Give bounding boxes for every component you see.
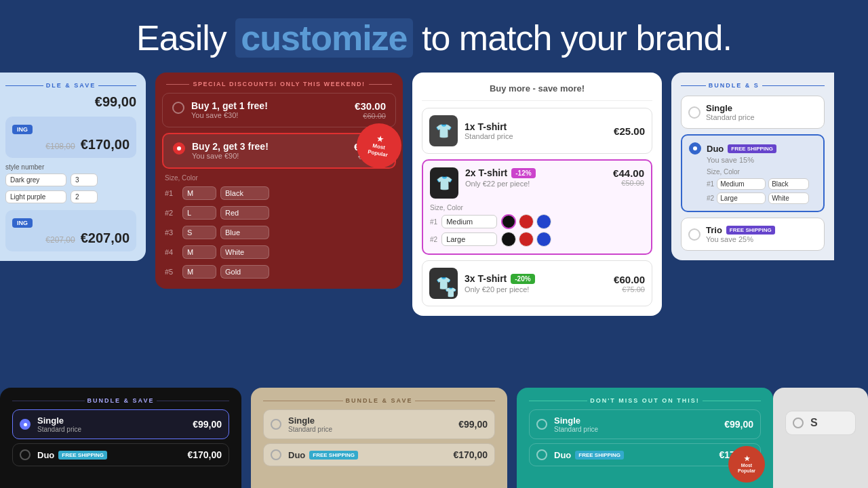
card3-option1[interactable]: 👕 1x T-shirt Standard price €25.00 bbox=[422, 108, 652, 154]
bc-teal-option2[interactable]: Duo FREE SHIPPING €170,00 bbox=[529, 443, 761, 466]
color-dot-black2[interactable] bbox=[501, 232, 516, 247]
card2-row3[interactable]: #3 S Blue bbox=[155, 224, 403, 241]
bc-dark-option1-sub: Standard price bbox=[37, 426, 186, 433]
card4-size-select2[interactable]: Large bbox=[717, 192, 766, 204]
card2-row1[interactable]: #1 M Black bbox=[155, 184, 403, 202]
card4-option1[interactable]: Single Standard price bbox=[681, 96, 825, 129]
card3-size-row2[interactable]: #2 Large bbox=[430, 232, 644, 247]
bc-dark-radio1[interactable] bbox=[20, 419, 31, 430]
card1-selector2[interactable]: Light purple 2 bbox=[5, 190, 136, 203]
card2-radio2[interactable] bbox=[173, 142, 185, 155]
card3-option2[interactable]: 👕 2x T-shirt -12% Only €22 per piece! €4… bbox=[422, 159, 652, 255]
card4-option2-top: Duo FREE SHIPPING bbox=[689, 142, 816, 155]
card4-radio1[interactable] bbox=[688, 106, 701, 119]
card1-option3: ING €207,00 €207,00 bbox=[5, 210, 136, 251]
card1-option2: ING €108,00 €170,00 bbox=[5, 117, 136, 158]
card2-num3: #3 bbox=[165, 228, 178, 237]
color-dot-black1[interactable] bbox=[501, 214, 516, 229]
card3-size-row1[interactable]: #1 Medium bbox=[430, 214, 644, 229]
card3-option3-info: 3x T-shirt -20% Only €20 per piece! bbox=[465, 273, 607, 293]
card4-row2[interactable]: #2 Large White bbox=[707, 192, 816, 204]
card2-num4: #4 bbox=[165, 248, 178, 256]
card2-size5[interactable]: M bbox=[182, 265, 216, 279]
card4-radio2[interactable] bbox=[689, 142, 701, 155]
card1-num2[interactable]: 2 bbox=[71, 190, 98, 203]
card2-color5[interactable]: Gold bbox=[220, 265, 269, 279]
card2-row2[interactable]: #2 L Red bbox=[155, 204, 403, 222]
card4-size-label: Size, Color bbox=[707, 168, 816, 176]
card3-size2-select[interactable]: Large bbox=[441, 232, 497, 246]
bc-beige-option2[interactable]: Duo FREE SHIPPING €170,00 bbox=[263, 443, 495, 466]
bc-dark-radio2[interactable] bbox=[20, 449, 31, 460]
card2-size1[interactable]: M bbox=[182, 186, 216, 200]
color-dot-red2[interactable] bbox=[519, 232, 534, 247]
card3-option3[interactable]: 👕 👕 3x T-shirt -20% Only €20 per piece! … bbox=[422, 260, 652, 306]
bc-teal-radio2[interactable] bbox=[536, 449, 547, 460]
card2-option2-wrapper: Buy 2, get 3 free! You save €90! €60.00 … bbox=[162, 133, 396, 169]
card1-price1: €99,00 bbox=[5, 94, 136, 110]
bc-beige-radio2[interactable] bbox=[271, 449, 281, 460]
bc-beige-option1-sub: Standard price bbox=[288, 426, 452, 433]
bc-dark-option1[interactable]: Single Standard price €99,00 bbox=[12, 409, 229, 439]
card2-option1-sub: You save €30! bbox=[191, 111, 348, 119]
card3-tshirt1: 👕 bbox=[429, 115, 458, 146]
card3-option1-sub: Standard price bbox=[465, 132, 607, 140]
card3-price3-old: €75.00 bbox=[614, 285, 645, 293]
card4-row1[interactable]: #1 Medium Black bbox=[707, 178, 816, 190]
bc-dark-option1-title: Single bbox=[37, 415, 186, 426]
card3-option3-title: 3x T-shirt bbox=[465, 273, 507, 284]
bc-teal-radio1[interactable] bbox=[536, 419, 547, 430]
card4-option2[interactable]: Duo FREE SHIPPING You save 15% Size, Col… bbox=[681, 134, 825, 212]
card3-price2-old: €50.00 bbox=[613, 179, 644, 187]
card2-option2-sub: You save €90! bbox=[192, 152, 347, 160]
hero-section: Easily customize to match your brand. bbox=[0, 0, 868, 73]
card2-size2[interactable]: L bbox=[182, 206, 216, 220]
card4-option1-sub: Standard price bbox=[706, 113, 817, 121]
card1-dropdown1[interactable]: Dark grey bbox=[5, 174, 66, 186]
bc-grey-title-text: S bbox=[810, 417, 818, 429]
card2-row4[interactable]: #4 M White bbox=[155, 243, 403, 261]
bc-grey-option1[interactable]: S bbox=[785, 411, 856, 435]
card2-size4[interactable]: M bbox=[182, 245, 216, 259]
card2-color2[interactable]: Red bbox=[220, 206, 269, 220]
card2-num5: #5 bbox=[165, 268, 178, 276]
card4-option3-title: Trio bbox=[706, 225, 722, 235]
color-dot-blue2[interactable] bbox=[536, 232, 551, 247]
color-dot-blue1[interactable] bbox=[536, 214, 551, 229]
bc-dark-option2[interactable]: Duo FREE SHIPPING €170,00 bbox=[12, 443, 229, 466]
card3-discount-badge: -12% bbox=[511, 168, 535, 178]
bc-beige-option1[interactable]: Single Standard price €99,00 bbox=[263, 409, 495, 439]
bc-grey-radio1[interactable] bbox=[793, 418, 804, 428]
card3-selectors-label: Size, Color bbox=[430, 204, 644, 211]
card1-price2-row: €108,00 €170,00 bbox=[12, 137, 130, 152]
card4-selectors: Size, Color #1 Medium Black #2 Large bbox=[689, 168, 816, 204]
card1-price2: €170,00 bbox=[81, 137, 130, 152]
bc-teal-option1[interactable]: Single Standard price €99,00 bbox=[529, 409, 761, 439]
card2-color3[interactable]: Blue bbox=[220, 226, 269, 239]
card4-color-select2[interactable]: White bbox=[768, 192, 809, 204]
card1-selector1[interactable]: Dark grey 3 bbox=[5, 174, 136, 186]
card3-option2-prices: €44.00 €50.00 bbox=[613, 167, 644, 187]
card4-option3[interactable]: Trio FREE SHIPPING You save 25% bbox=[681, 218, 825, 251]
card4-radio3[interactable] bbox=[688, 228, 701, 241]
card4-size-select1[interactable]: Medium bbox=[717, 178, 766, 190]
card2-row5[interactable]: #5 M Gold bbox=[155, 263, 403, 281]
bottom-cards-row: BUNDLE & SAVE Single Standard price €99,… bbox=[0, 388, 868, 488]
card2-color1[interactable]: Black bbox=[220, 186, 269, 200]
card1-dropdown2[interactable]: Light purple bbox=[5, 190, 66, 203]
card2-price1-old: €60.00 bbox=[355, 112, 386, 120]
color-dot-red1[interactable] bbox=[519, 214, 534, 229]
card3-option2-title: 2x T-shirt bbox=[465, 167, 507, 178]
card4-color-select1[interactable]: Black bbox=[768, 178, 809, 190]
card3-option2-title-row: 2x T-shirt -12% bbox=[465, 167, 606, 178]
card3-option3-sub: Only €20 per piece! bbox=[465, 285, 607, 293]
bc-dark-option1-text: Single Standard price bbox=[37, 415, 186, 433]
card2-size3[interactable]: S bbox=[182, 226, 216, 239]
bc-beige-radio1[interactable] bbox=[271, 419, 281, 430]
card2-option1[interactable]: Buy 1, get 1 free! You save €30! €30.00 … bbox=[162, 93, 396, 127]
card2-radio1[interactable] bbox=[172, 102, 184, 114]
card1-num1[interactable]: 3 bbox=[71, 174, 98, 186]
card3-size1-select[interactable]: Medium bbox=[441, 215, 497, 228]
card2-color4[interactable]: White bbox=[220, 245, 269, 259]
card2-option1-title: Buy 1, get 1 free! bbox=[191, 100, 348, 111]
